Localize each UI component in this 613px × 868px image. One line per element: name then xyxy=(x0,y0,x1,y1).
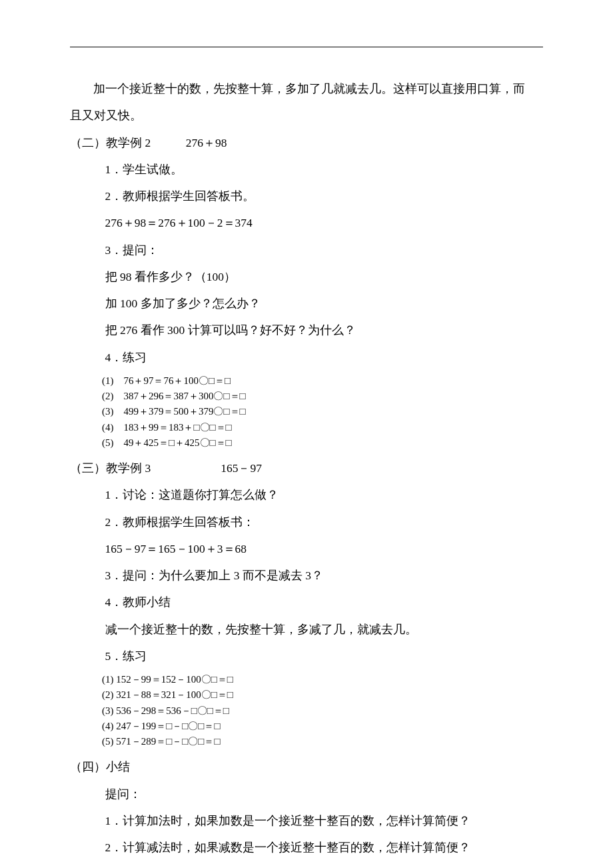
section-2-title: （二）教学例 2276＋98 xyxy=(70,129,543,156)
sec2-practice-1: (1) 76＋97＝76＋100〇□＝□ xyxy=(102,373,543,389)
sec3-practice-list: (1) 152－99＝152－100〇□＝□ (2) 321－88＝321－10… xyxy=(102,672,543,749)
top-divider xyxy=(70,47,543,47)
sec4-q2: 2．计算减法时，如果减数是一个接近整十整百的数，怎样计算简便？ xyxy=(70,834,543,861)
section-2-expression: 276＋98 xyxy=(186,136,227,149)
sec3-item-2: 2．教师根据学生回答板书： xyxy=(70,509,543,535)
sec3-item-1: 1．讨论：这道题你打算怎么做？ xyxy=(70,481,543,508)
sec2-practice-5: (5) 49＋425＝□＋425〇□＝□ xyxy=(102,435,543,451)
sec4-prompt: 提问： xyxy=(70,781,543,807)
sec3-practice-2: (2) 321－88＝321－100〇□＝□ xyxy=(102,687,543,703)
sec2-equation: 276＋98＝276＋100－2＝374 xyxy=(70,209,543,236)
sec2-item-3: 3．提问： xyxy=(70,237,543,263)
sec3-summary: 减一个接近整十的数，先按整十算，多减了几，就减去几。 xyxy=(70,616,543,643)
sec3-item-4: 4．教师小结 xyxy=(70,589,543,615)
intro-line-2: 且又对又快。 xyxy=(70,102,543,129)
intro-line-1: 加一个接近整十的数，先按整十算，多加了几就减去几。这样可以直接用口算，而 xyxy=(70,75,543,102)
sec4-q1: 1．计算加法时，如果加数是一个接近整十整百的数，怎样计算简便？ xyxy=(70,807,543,834)
sec2-item-4: 4．练习 xyxy=(70,344,543,371)
page-content: 加一个接近整十的数，先按整十算，多加了几就减去几。这样可以直接用口算，而 且又对… xyxy=(0,0,613,868)
sec2-q1: 把 98 看作多少？（100） xyxy=(70,263,543,290)
sec2-practice-4: (4) 183＋99＝183＋□〇□＝□ xyxy=(102,420,543,435)
sec2-q3: 把 276 看作 300 计算可以吗？好不好？为什么？ xyxy=(70,317,543,343)
section-3-title: （三）教学例 3165－97 xyxy=(70,455,543,481)
section-4-title: （四）小结 xyxy=(70,753,543,780)
sec2-practice-2: (2) 387＋296＝387＋300〇□＝□ xyxy=(102,389,543,404)
section-3-prefix: （三）教学例 3 xyxy=(70,455,151,481)
sec3-practice-3: (3) 536－298＝536－□〇□＝□ xyxy=(102,703,543,719)
sec2-practice-3: (3) 499＋379＝500＋379〇□＝□ xyxy=(102,404,543,419)
sec2-practice-list: (1) 76＋97＝76＋100〇□＝□ (2) 387＋296＝387＋300… xyxy=(102,373,543,451)
sec3-item-3: 3．提问：为什么要加上 3 而不是减去 3？ xyxy=(70,562,543,589)
sec3-practice-1: (1) 152－99＝152－100〇□＝□ xyxy=(102,672,543,687)
sec3-equation: 165－97＝165－100＋3＝68 xyxy=(70,535,543,562)
sec2-item-1: 1．学生试做。 xyxy=(70,156,543,183)
sec2-item-2: 2．教师根据学生回答板书。 xyxy=(70,183,543,209)
sec2-q2: 加 100 多加了多少？怎么办？ xyxy=(70,290,543,317)
section-2-prefix: （二）教学例 2 xyxy=(70,129,151,156)
sec3-practice-5: (5) 571－289＝□－□〇□＝□ xyxy=(102,734,543,749)
section-3-expression: 165－97 xyxy=(221,461,262,475)
sec3-item-5: 5．练习 xyxy=(70,643,543,669)
sec3-practice-4: (4) 247－199＝□－□〇□＝□ xyxy=(102,719,543,734)
